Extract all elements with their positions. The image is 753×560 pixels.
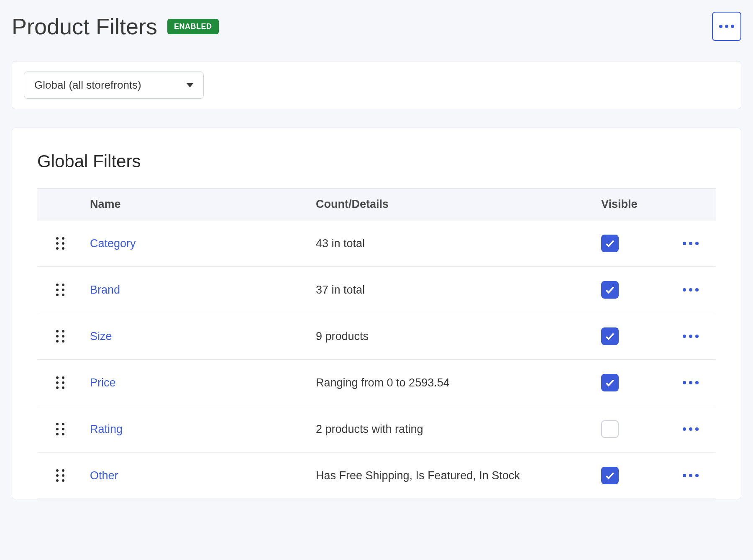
col-details: Count/Details — [309, 189, 594, 220]
visible-checkbox[interactable] — [601, 327, 619, 345]
filter-details: 9 products — [309, 313, 594, 360]
filter-name-link[interactable]: Size — [90, 330, 112, 343]
storefront-scope-select[interactable]: Global (all storefronts) — [24, 72, 204, 99]
drag-handle-icon[interactable] — [56, 237, 64, 250]
filter-name-link[interactable]: Rating — [90, 423, 123, 435]
row-more-button[interactable] — [672, 335, 709, 338]
check-icon — [604, 238, 615, 249]
check-icon — [604, 470, 615, 481]
table-row: Brand37 in total — [37, 267, 716, 313]
visible-checkbox[interactable] — [601, 281, 619, 299]
filter-details: 43 in total — [309, 220, 594, 267]
filters-heading: Global Filters — [37, 151, 716, 171]
col-drag — [37, 189, 83, 220]
drag-handle-icon[interactable] — [56, 423, 64, 435]
title-group: Product Filters ENABLED — [12, 13, 219, 39]
col-name: Name — [83, 189, 309, 220]
status-badge: ENABLED — [167, 19, 219, 34]
drag-handle-icon[interactable] — [56, 284, 64, 296]
check-icon — [604, 284, 615, 295]
page-header: Product Filters ENABLED — [12, 12, 741, 41]
filter-name-link[interactable]: Other — [90, 469, 118, 482]
row-more-button[interactable] — [672, 288, 709, 292]
filter-details: Has Free Shipping, Is Featured, In Stock — [309, 453, 594, 499]
filter-name-link[interactable]: Category — [90, 237, 136, 250]
filters-table: Name Count/Details Visible Category43 in… — [37, 188, 716, 499]
scope-selected-label: Global (all storefronts) — [34, 79, 141, 92]
page-title: Product Filters — [12, 13, 157, 39]
col-actions — [666, 189, 716, 220]
filter-details: 2 products with rating — [309, 406, 594, 453]
check-icon — [604, 377, 615, 388]
row-more-button[interactable] — [672, 242, 709, 245]
drag-handle-icon[interactable] — [56, 469, 64, 482]
chevron-down-icon — [187, 83, 193, 87]
ellipsis-icon — [719, 25, 734, 28]
filter-details: Ranging from 0 to 2593.54 — [309, 360, 594, 406]
filter-name-link[interactable]: Brand — [90, 284, 120, 296]
filters-panel: Global Filters Name Count/Details Visibl… — [12, 128, 741, 499]
row-more-button[interactable] — [672, 474, 709, 477]
page-more-button[interactable] — [712, 12, 741, 41]
table-row: OtherHas Free Shipping, Is Featured, In … — [37, 453, 716, 499]
row-more-button[interactable] — [672, 381, 709, 384]
visible-checkbox[interactable] — [601, 374, 619, 391]
drag-handle-icon[interactable] — [56, 330, 64, 343]
filter-details: 37 in total — [309, 267, 594, 313]
col-visible: Visible — [594, 189, 666, 220]
table-row: Category43 in total — [37, 220, 716, 267]
table-row: Size9 products — [37, 313, 716, 360]
table-header-row: Name Count/Details Visible — [37, 189, 716, 220]
visible-checkbox[interactable] — [601, 420, 619, 438]
visible-checkbox[interactable] — [601, 235, 619, 252]
scope-panel: Global (all storefronts) — [12, 61, 741, 109]
check-icon — [604, 331, 615, 342]
table-row: Rating2 products with rating — [37, 406, 716, 453]
table-row: PriceRanging from 0 to 2593.54 — [37, 360, 716, 406]
drag-handle-icon[interactable] — [56, 376, 64, 389]
visible-checkbox[interactable] — [601, 467, 619, 484]
filter-name-link[interactable]: Price — [90, 376, 116, 389]
row-more-button[interactable] — [672, 427, 709, 431]
